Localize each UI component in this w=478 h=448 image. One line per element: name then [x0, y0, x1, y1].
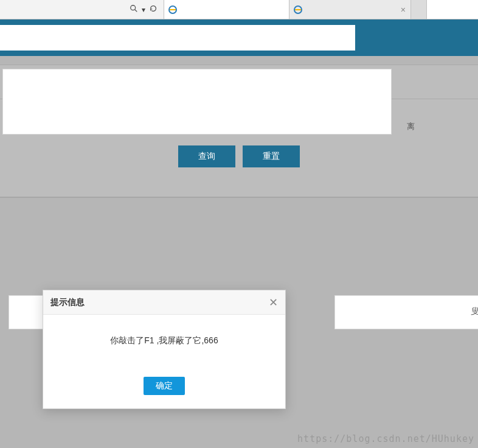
address-bar-wrap: ▾ — [0, 0, 164, 19]
reset-button[interactable]: 重置 — [243, 145, 300, 167]
address-bar-icon-group: ▾ — [130, 4, 161, 15]
svg-point-0 — [131, 5, 136, 10]
browser-tab-1[interactable] — [164, 0, 289, 19]
refresh-icon[interactable] — [149, 4, 158, 15]
browser-tab-2[interactable]: × — [289, 0, 411, 19]
dialog-close-icon[interactable]: ✕ — [269, 297, 278, 308]
field-label-fragment: 离 — [407, 121, 415, 132]
dialog-body: 你敲击了F1 ,我屏蔽了它,666 — [43, 315, 285, 369]
watermark-text: https://blog.csdn.net/HUhukey — [297, 433, 474, 444]
form-white-box — [2, 69, 392, 135]
ie-favicon-icon — [168, 5, 178, 15]
page-body: 离 查询 重置 叟 https://blog.csdn.net/HUhukey … — [0, 19, 478, 448]
svg-line-1 — [135, 10, 137, 12]
search-icon[interactable] — [130, 4, 138, 15]
dialog-title: 提示信息 — [50, 297, 85, 308]
info-dialog: 提示信息 ✕ 你敲击了F1 ,我屏蔽了它,666 确定 — [43, 290, 286, 409]
header-white-slot — [0, 25, 355, 51]
cut-off-char: 叟 — [471, 306, 478, 317]
new-tab-button[interactable] — [411, 0, 427, 19]
dialog-ok-button[interactable]: 确定 — [144, 377, 185, 395]
browser-chrome: ▾ × — [0, 0, 478, 19]
query-button[interactable]: 查询 — [178, 145, 235, 167]
ie-favicon-icon — [293, 5, 303, 15]
dialog-footer: 确定 — [43, 369, 285, 408]
dropdown-icon[interactable]: ▾ — [142, 5, 145, 14]
header-blue-bar — [0, 19, 478, 56]
action-button-row: 查询 重置 — [0, 145, 478, 167]
result-white-box-right — [334, 295, 478, 329]
search-panel: 离 查询 重置 — [0, 65, 478, 197]
dialog-header: 提示信息 ✕ — [43, 290, 285, 315]
tab-close-icon[interactable]: × — [396, 5, 406, 15]
dialog-message: 你敲击了F1 ,我屏蔽了它,666 — [110, 335, 218, 345]
